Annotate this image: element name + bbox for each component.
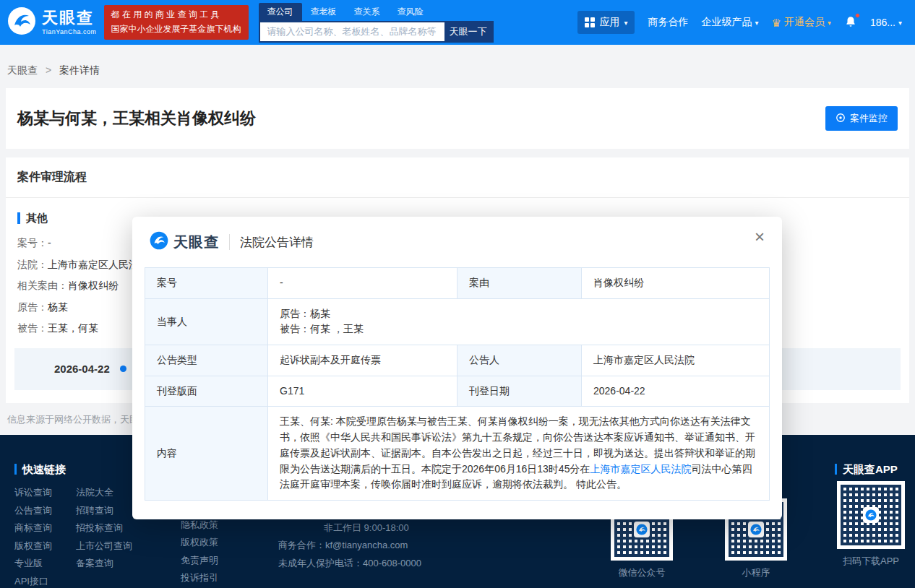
field-value: 杨某 — [48, 301, 68, 313]
nav-enterprise-label: 企业级产品 — [701, 16, 752, 29]
field-label: 相关案由： — [17, 280, 68, 291]
field-value: 王某，何某 — [48, 322, 98, 334]
tab-search-risk[interactable]: 查风险 — [389, 3, 432, 21]
footer-link[interactable]: API接口 — [14, 573, 52, 588]
content-value-cell: 王某、何某: 本院受理原告杨某与被告王某、何某肖像权纠纷一案，现无法依其他方式向… — [268, 407, 770, 500]
logo-wave-icon — [863, 507, 879, 523]
date-value-cell: 2026-04-22 — [582, 376, 770, 407]
cause-value-cell: 肖像权纠纷 — [582, 268, 770, 299]
field-value: 肖像权纠纷 — [68, 280, 119, 291]
tab-search-company[interactable]: 查公司 — [259, 3, 302, 21]
footer-link[interactable]: 公告查询 — [14, 502, 52, 520]
footer-link[interactable]: 免责声明 — [181, 552, 218, 570]
type-label-cell: 公告类型 — [145, 345, 268, 376]
footer-link[interactable]: 版权政策 — [181, 534, 218, 552]
party-value-cell: 原告：杨某 被告：何某 ，王某 — [268, 298, 770, 345]
nav-open-membership[interactable]: ♛ 开通会员 ▾ — [771, 16, 830, 29]
account-phone-label: 186... — [870, 17, 895, 28]
court-announcement-modal: 天眼查 法院公告详情 × 案号 - 案由 肖像权纠纷 当事人 原告：杨某 被告：… — [132, 217, 782, 519]
court-link[interactable]: 上海市嘉定区人民法院 — [590, 463, 691, 475]
footer-links-column-2: 法院大全 招聘查询 招投标查询 上市公司查询 备案查询 — [76, 484, 132, 573]
notifications-bell[interactable] — [844, 15, 857, 30]
table-row: 内容 王某、何某: 本院受理原告杨某与被告王某、何某肖像权纠纷一案，现无法依其他… — [145, 407, 770, 500]
case-no-value-cell: - — [268, 268, 458, 299]
vip-label: 开通会员 — [784, 16, 825, 29]
timeline-dot-icon — [120, 366, 126, 372]
content-label-cell: 内容 — [145, 407, 268, 500]
breadcrumb-home[interactable]: 天眼查 — [7, 64, 38, 76]
footer-link[interactable]: 商标查询 — [14, 519, 52, 537]
footer-link[interactable]: 法院大全 — [76, 484, 132, 502]
chevron-down-icon: ▾ — [624, 19, 627, 27]
qr-app-label: 扫码下载APP — [837, 555, 905, 568]
field-value: - — [48, 237, 51, 248]
tab-search-boss[interactable]: 查老板 — [302, 3, 345, 21]
field-label: 法院： — [17, 259, 48, 270]
table-row: 当事人 原告：杨某 被告：何某 ，王某 — [145, 298, 770, 345]
cause-label-cell: 案由 — [458, 268, 582, 299]
search-input[interactable] — [260, 22, 444, 41]
app-download-qr-code — [837, 481, 905, 549]
field-label: 原告： — [17, 301, 48, 313]
slogan-line-1: 都 在 用 的 商 业 查 询 工 具 — [111, 8, 241, 22]
field-label: 被告： — [17, 322, 48, 334]
announcement-table: 案号 - 案由 肖像权纠纷 当事人 原告：杨某 被告：何某 ，王某 公告类型 起… — [145, 267, 770, 501]
breadcrumb-separator: > — [46, 64, 51, 76]
page-label-cell: 刊登版面 — [145, 376, 268, 407]
top-navbar: 天眼查 TianYanCha.com 都 在 用 的 商 业 查 询 工 具 国… — [0, 0, 915, 45]
table-row: 公告类型 起诉状副本及开庭传票 公告人 上海市嘉定区人民法院 — [145, 345, 770, 376]
chevron-down-icon: ▾ — [898, 19, 902, 27]
vertical-divider — [229, 234, 230, 250]
business-email: 商务合作：kf@tianyancha.com — [278, 537, 421, 555]
page-title: 杨某与何某，王某相关肖像权纠纷 — [17, 108, 256, 129]
close-icon[interactable]: × — [755, 228, 765, 246]
footer-link[interactable]: 招投标查询 — [76, 519, 132, 537]
table-row: 案号 - 案由 肖像权纠纷 — [145, 268, 770, 299]
case-monitor-button[interactable]: 案件监控 — [825, 106, 898, 131]
logo-wave-icon — [7, 7, 36, 38]
nav-enterprise-products[interactable]: 企业级产品 ▾ — [701, 16, 758, 29]
brand-slogan-badge: 都 在 用 的 商 业 查 询 工 具 国家中小企业发展子基金旗下机构 — [104, 5, 249, 40]
logo-text: 天眼查 — [42, 10, 97, 26]
footer-link[interactable]: 招聘查询 — [76, 502, 132, 520]
qr-miniprogram-label: 小程序 — [725, 566, 787, 579]
party-plaintiff-line: 原告：杨某 — [280, 306, 757, 322]
party-defendant-line: 被告：何某 ，王某 — [280, 321, 757, 337]
chevron-down-icon: ▾ — [755, 19, 758, 27]
modal-title: 法院公告详情 — [240, 234, 314, 251]
tianyancha-logo[interactable]: 天眼查 TianYanCha.com — [7, 7, 97, 38]
work-hours-weekend: 非工作日 9:00-18:00 — [278, 519, 421, 537]
apps-grid-icon — [585, 17, 595, 27]
modal-logo: 天眼查 — [150, 231, 219, 253]
footer-link[interactable]: 备案查询 — [76, 555, 132, 573]
monitor-button-label: 案件监控 — [850, 112, 888, 125]
nav-business-cooperation[interactable]: 商务合作 — [648, 16, 688, 29]
logo-wave-icon — [748, 522, 764, 537]
page-value-cell: G171 — [268, 376, 458, 407]
announcer-value-cell: 上海市嘉定区人民法院 — [582, 345, 770, 376]
footer-link[interactable]: 版权查询 — [14, 537, 52, 555]
qr-wechat-label: 微信公众号 — [611, 566, 673, 579]
modal-logo-text: 天眼查 — [173, 233, 219, 252]
account-phone[interactable]: 186... ▾ — [870, 17, 902, 28]
chevron-down-icon: ▾ — [828, 19, 831, 27]
crown-icon: ♛ — [771, 17, 781, 28]
footer-quick-links-title: 快速链接 — [14, 464, 66, 475]
tab-search-relation[interactable]: 查关系 — [345, 3, 389, 21]
minor-protection-phone: 未成年人保护电话：400-608-0000 — [278, 555, 421, 573]
footer-link[interactable]: 上市公司查询 — [76, 537, 132, 555]
footer-link[interactable]: 诉讼查询 — [14, 484, 52, 502]
apps-menu[interactable]: 应用 ▾ — [577, 11, 635, 34]
breadcrumb-current: 案件详情 — [59, 64, 100, 76]
footer-link[interactable]: 投诉指引 — [181, 569, 218, 587]
case-title-card: 杨某与何某，王某相关肖像权纠纷 案件监控 — [6, 88, 909, 149]
notification-dot — [855, 13, 860, 18]
party-label-cell: 当事人 — [145, 298, 268, 345]
timeline-date: 2026-04-22 — [54, 363, 110, 375]
footer-link[interactable]: 专业版 — [14, 555, 52, 573]
case-no-label-cell: 案号 — [145, 268, 268, 299]
search-box: 天眼一下 — [259, 21, 494, 43]
search-button[interactable]: 天眼一下 — [444, 22, 492, 41]
qr-app-group: 扫码下载APP — [837, 481, 905, 568]
field-label: 案号： — [17, 237, 48, 248]
